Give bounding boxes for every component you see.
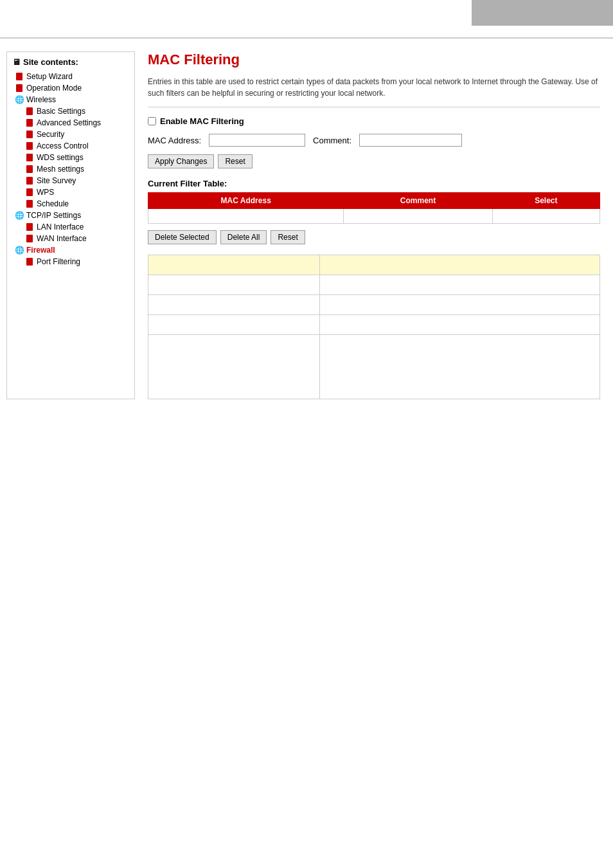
page-icon	[25, 176, 34, 185]
sidebar-item-tcpip[interactable]: 🌐 TCP/IP Settings	[12, 210, 129, 221]
page-icon	[25, 153, 34, 162]
sidebar-item-firewall[interactable]: 🌐 Firewall	[12, 244, 129, 256]
bottom-cell-right	[320, 315, 600, 335]
table-cell-comment	[344, 209, 492, 224]
form-section: Enable MAC Filtering MAC Address: Commen…	[148, 116, 600, 168]
reset-button[interactable]: Reset	[218, 154, 252, 168]
page-title: MAC Filtering	[148, 51, 600, 68]
page-icon	[25, 199, 34, 208]
globe-icon: 🌐	[15, 211, 24, 220]
sidebar-item-schedule[interactable]: Schedule	[12, 198, 129, 210]
bottom-cell-left	[148, 275, 320, 295]
comment-label: Comment:	[313, 136, 351, 145]
sidebar-item-port-filtering[interactable]: Port Filtering	[12, 256, 129, 267]
table-row	[148, 335, 600, 399]
col-comment: Comment	[344, 193, 492, 209]
sidebar-item-wps[interactable]: WPS	[12, 186, 129, 198]
table-cell-mac	[148, 209, 344, 224]
sidebar-item-access-control[interactable]: Access Control	[12, 140, 129, 152]
delete-selected-button[interactable]: Delete Selected	[148, 230, 217, 244]
page-icon	[25, 188, 34, 197]
page-icon	[25, 107, 34, 116]
form-buttons-row: Apply Changes Reset	[148, 154, 600, 168]
sidebar-item-basic-settings[interactable]: Basic Settings	[12, 105, 129, 117]
page-icon	[25, 141, 34, 150]
col-mac-address: MAC Address	[148, 193, 344, 209]
comment-input[interactable]	[359, 134, 462, 147]
top-bar-decoration	[472, 0, 613, 26]
page-icon	[15, 72, 24, 81]
sidebar-monitor-icon: 🖥	[12, 57, 21, 67]
bottom-table	[148, 255, 600, 399]
enable-mac-label[interactable]: Enable MAC Filtering	[160, 116, 244, 126]
sidebar-item-setup-wizard[interactable]: Setup Wizard	[12, 71, 129, 82]
main-layout: 🖥 Site contents: Setup Wizard Operation …	[0, 39, 613, 406]
sidebar-item-security[interactable]: Security	[12, 129, 129, 140]
page-description: Entries in this table are used to restri…	[148, 76, 600, 107]
current-filter-label: Current Filter Table:	[148, 179, 600, 188]
mac-comment-row: MAC Address: Comment:	[148, 134, 600, 147]
bottom-cell-left	[148, 335, 320, 399]
bottom-section	[148, 255, 600, 399]
sidebar: 🖥 Site contents: Setup Wizard Operation …	[6, 51, 135, 399]
page-icon	[25, 118, 34, 127]
col-select: Select	[492, 193, 600, 209]
globe-icon: 🌐	[15, 95, 24, 104]
enable-mac-checkbox[interactable]	[148, 117, 156, 125]
table-row	[148, 315, 600, 335]
enable-row: Enable MAC Filtering	[148, 116, 600, 126]
apply-changes-button[interactable]: Apply Changes	[148, 154, 214, 168]
table-buttons-row: Delete Selected Delete All Reset	[148, 230, 600, 244]
sidebar-item-operation-mode[interactable]: Operation Mode	[12, 82, 129, 94]
delete-all-button[interactable]: Delete All	[220, 230, 267, 244]
page-icon	[25, 130, 34, 139]
bottom-cell-right	[320, 275, 600, 295]
mac-address-label: MAC Address:	[148, 136, 201, 145]
sidebar-item-wan-interface[interactable]: WAN Interface	[12, 233, 129, 244]
page-icon	[25, 165, 34, 174]
bottom-cell-left	[148, 255, 320, 275]
table-row	[148, 209, 600, 224]
bottom-cell-left	[148, 315, 320, 335]
top-bar	[0, 0, 613, 39]
bottom-cell-right	[320, 335, 600, 399]
bottom-cell-right	[320, 295, 600, 315]
table-row	[148, 295, 600, 315]
sidebar-item-mesh-settings[interactable]: Mesh settings	[12, 163, 129, 175]
bottom-cell-left	[148, 295, 320, 315]
globe-icon: 🌐	[15, 246, 24, 255]
table-row	[148, 255, 600, 275]
mac-address-input[interactable]	[209, 134, 305, 147]
sidebar-item-wds-settings[interactable]: WDS settings	[12, 152, 129, 163]
page-icon	[25, 222, 34, 231]
table-row	[148, 275, 600, 295]
table-cell-select	[492, 209, 600, 224]
filter-table: MAC Address Comment Select	[148, 192, 600, 224]
page-icon	[15, 84, 24, 93]
page-icon	[25, 234, 34, 243]
bottom-cell-right	[320, 255, 600, 275]
sidebar-item-lan-interface[interactable]: LAN Interface	[12, 221, 129, 233]
content-area: MAC Filtering Entries in this table are …	[141, 51, 607, 399]
sidebar-item-wireless[interactable]: 🌐 Wireless	[12, 94, 129, 105]
reset-table-button[interactable]: Reset	[271, 230, 305, 244]
sidebar-item-advanced-settings[interactable]: Advanced Settings	[12, 117, 129, 129]
page-icon	[25, 257, 34, 266]
sidebar-title: 🖥 Site contents:	[12, 57, 129, 67]
sidebar-item-site-survey[interactable]: Site Survey	[12, 175, 129, 186]
